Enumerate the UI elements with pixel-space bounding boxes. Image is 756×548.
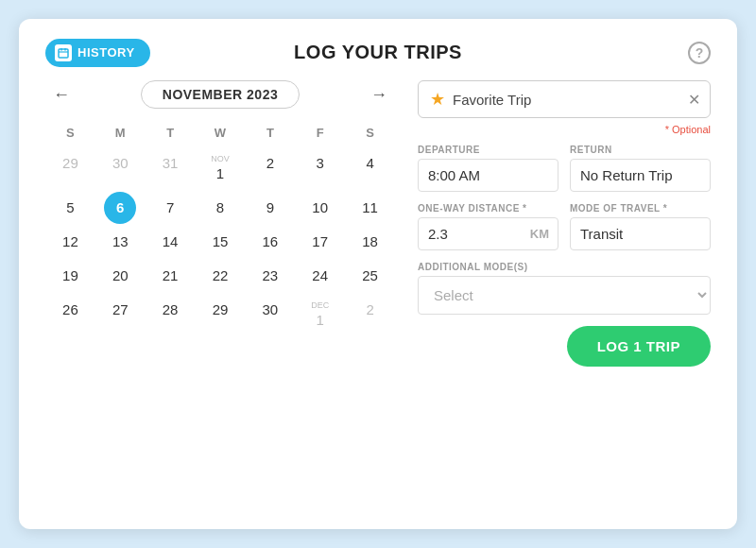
help-icon[interactable]: ? (688, 42, 711, 64)
main-content: ← NOVEMBER 2023 → S M T W T F S 293031NO… (45, 80, 711, 367)
travel-mode-group: MODE OF TRAVEL * (570, 203, 711, 250)
calendar-nav: ← NOVEMBER 2023 → (45, 80, 395, 109)
cal-day[interactable]: 24 (295, 260, 345, 292)
optional-label: * Optional (418, 124, 711, 135)
departure-group: DEPARTURE (418, 145, 558, 192)
cal-day[interactable]: 23 (245, 260, 295, 292)
svg-rect-0 (59, 49, 68, 58)
dow-wed: W (196, 122, 246, 144)
travel-mode-label: MODE OF TRAVEL * (570, 203, 711, 214)
cal-day[interactable]: 8 (196, 192, 246, 224)
cal-day[interactable]: 13 (95, 226, 146, 258)
cal-day[interactable]: 19 (45, 260, 95, 292)
dow-tue: T (146, 122, 196, 144)
cal-week-2: 567891011 (45, 192, 395, 224)
cal-week-1: 293031NOV1234 (45, 147, 395, 190)
form-panel: ★ Favorite Trip ✕ * Optional DEPARTURE R… (418, 80, 711, 367)
departure-return-row: DEPARTURE RETURN (418, 145, 711, 192)
form-bottom: LOG 1 TRIP (418, 315, 711, 367)
additional-modes-select[interactable]: Select (418, 276, 711, 315)
cal-day[interactable]: 7 (146, 192, 196, 224)
cal-day[interactable]: 11 (345, 192, 395, 224)
distance-mode-row: ONE-WAY DISTANCE * KM MODE OF TRAVEL * (418, 203, 711, 250)
cal-day[interactable]: 6 (104, 192, 136, 224)
history-label: HISTORY (77, 45, 135, 60)
cal-day[interactable]: 17 (295, 226, 345, 258)
cal-day[interactable]: 29 (196, 294, 246, 336)
cal-day[interactable]: 4 (345, 147, 395, 190)
cal-day[interactable]: NOV1 (196, 147, 246, 190)
distance-group: ONE-WAY DISTANCE * KM (418, 203, 558, 250)
cal-day[interactable]: 27 (95, 294, 146, 336)
cal-day[interactable]: 9 (245, 192, 295, 224)
cal-day[interactable]: 31 (146, 147, 196, 190)
cal-day[interactable]: 16 (245, 226, 295, 258)
dow-mon: M (95, 122, 146, 144)
return-group: RETURN (570, 145, 711, 192)
cal-day[interactable]: 3 (295, 147, 345, 190)
history-button[interactable]: HISTORY (45, 39, 150, 67)
cal-day[interactable]: 30 (245, 294, 295, 336)
cal-day[interactable]: 25 (345, 260, 395, 292)
cal-day[interactable]: 2 (345, 294, 395, 336)
dow-sun: S (45, 122, 95, 144)
favorite-trip-label: Favorite Trip (453, 92, 698, 108)
distance-wrapper: KM (418, 217, 558, 250)
additional-label: ADDITIONAL MODE(S) (418, 262, 711, 272)
cal-week-4: 19202122232425 (45, 260, 395, 292)
calendar-icon (55, 44, 72, 61)
cal-day[interactable]: 15 (196, 226, 246, 258)
distance-input[interactable] (418, 217, 558, 250)
calendar: ← NOVEMBER 2023 → S M T W T F S 293031NO… (45, 80, 395, 367)
modal-container: HISTORY LOG YOUR TRIPS ? ← NOVEMBER 2023… (19, 19, 737, 529)
travel-mode-input[interactable] (570, 217, 711, 250)
cal-day[interactable]: 12 (45, 226, 95, 258)
cal-day[interactable]: 14 (146, 226, 196, 258)
cal-week-5: 2627282930DEC12 (45, 294, 395, 336)
cal-day[interactable]: 20 (95, 260, 146, 292)
cal-day[interactable]: 18 (345, 226, 395, 258)
cal-day[interactable]: 10 (295, 192, 345, 224)
cal-week-3: 12131415161718 (45, 226, 395, 258)
calendar-grid: S M T W T F S 293031NOV12345678910111213… (45, 122, 395, 336)
cal-day[interactable]: 22 (196, 260, 246, 292)
additional-modes-group: ADDITIONAL MODE(S) Select (418, 262, 711, 315)
modal-header: HISTORY LOG YOUR TRIPS ? (45, 42, 711, 63)
cal-day[interactable]: 30 (95, 147, 146, 190)
departure-input[interactable] (418, 159, 558, 192)
month-label: NOVEMBER 2023 (141, 80, 300, 109)
clear-favorite-button[interactable]: ✕ (688, 91, 700, 109)
dow-fri: F (295, 122, 345, 144)
favorite-row: ★ Favorite Trip ✕ (418, 80, 711, 118)
dow-sat: S (345, 122, 395, 144)
log-trip-button[interactable]: LOG 1 TRIP (567, 326, 711, 367)
cal-day[interactable]: 29 (45, 147, 95, 190)
cal-day[interactable]: 2 (245, 147, 295, 190)
cal-day[interactable]: 5 (45, 192, 95, 224)
distance-label: ONE-WAY DISTANCE * (418, 203, 558, 214)
cal-day[interactable]: 21 (146, 260, 196, 292)
return-input[interactable] (570, 159, 711, 192)
next-month-button[interactable]: → (363, 81, 395, 109)
cal-day[interactable]: 26 (45, 294, 95, 336)
prev-month-button[interactable]: ← (45, 81, 77, 109)
dow-thu: T (245, 122, 295, 144)
star-icon: ★ (430, 89, 445, 110)
cal-day[interactable]: DEC1 (295, 294, 345, 336)
page-title: LOG YOUR TRIPS (294, 42, 462, 63)
return-label: RETURN (570, 145, 711, 155)
calendar-weeks: 293031NOV1234567891011121314151617181920… (45, 147, 395, 336)
day-of-week-row: S M T W T F S (45, 122, 395, 144)
cal-day[interactable]: 28 (146, 294, 196, 336)
departure-label: DEPARTURE (418, 145, 558, 155)
